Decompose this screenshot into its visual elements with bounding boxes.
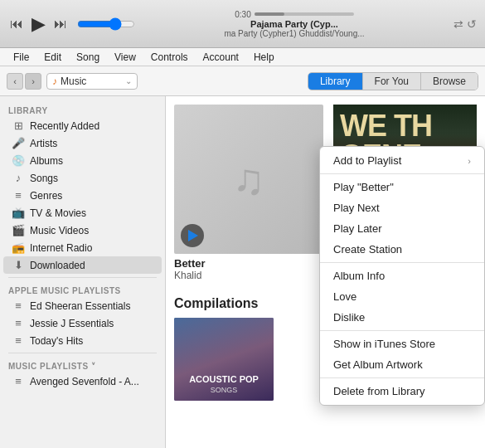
comp-subtitle: SONGS bbox=[189, 386, 259, 394]
location-label: Music bbox=[61, 75, 122, 87]
context-menu: Add to Playlist › Play "Better" Play Nex… bbox=[319, 146, 485, 406]
artists-icon: 🎤 bbox=[12, 137, 25, 149]
album-info-label: Album Info bbox=[333, 270, 385, 282]
rewind-button[interactable]: ⏮ bbox=[8, 15, 25, 33]
context-menu-album-info[interactable]: Album Info bbox=[320, 265, 484, 286]
menu-file[interactable]: File bbox=[7, 50, 36, 65]
menu-edit[interactable]: Edit bbox=[37, 50, 68, 65]
progress-fill bbox=[255, 12, 284, 16]
recently-added-label: Recently Added bbox=[30, 120, 99, 132]
sidebar-item-ed-sheeran[interactable]: ≡ Ed Sheeran Essentials bbox=[3, 297, 162, 314]
show-itunes-store-label: Show in iTunes Store bbox=[333, 338, 435, 350]
play-later-label: Play Later bbox=[333, 222, 382, 235]
sidebar-item-todays-hits[interactable]: ≡ Today's Hits bbox=[3, 332, 162, 349]
sidebar-item-jessie-j[interactable]: ≡ Jessie J Essentials bbox=[3, 314, 162, 332]
jessie-j-label: Jessie J Essentials bbox=[30, 318, 114, 329]
play-button[interactable]: ▶ bbox=[30, 12, 47, 37]
artists-label: Artists bbox=[30, 138, 57, 149]
context-menu-get-album-artwork[interactable]: Get Album Artwork bbox=[320, 354, 484, 375]
ed-sheeran-icon: ≡ bbox=[12, 299, 25, 312]
context-menu-delete-from-library[interactable]: Delete from Library bbox=[320, 381, 484, 402]
music-videos-icon: 🎬 bbox=[12, 224, 25, 236]
music-note-icon: ♫ bbox=[233, 154, 265, 204]
sidebar-item-internet-radio[interactable]: 📻 Internet Radio bbox=[3, 239, 162, 256]
avenged-label: Avenged Sevenfold - A... bbox=[30, 376, 139, 387]
nav-forward-button[interactable]: › bbox=[25, 73, 41, 90]
comp-title-overlay: ACOUSTIC POP bbox=[189, 374, 259, 384]
add-to-playlist-label: Add to Playlist bbox=[333, 154, 401, 167]
jessie-j-icon: ≡ bbox=[12, 317, 25, 329]
context-separator-1 bbox=[320, 173, 484, 174]
tv-movies-label: TV & Movies bbox=[30, 207, 86, 219]
sidebar-item-tv-movies[interactable]: 📺 TV & Movies bbox=[3, 204, 162, 222]
sidebar-divider-2 bbox=[8, 353, 157, 353]
tab-library[interactable]: Library bbox=[308, 73, 363, 90]
album-art: ♫ bbox=[174, 105, 323, 254]
sidebar-item-albums[interactable]: 💿 Albums bbox=[3, 152, 162, 169]
transport-controls: ⏮ ▶ ⏭ bbox=[8, 12, 135, 37]
internet-radio-label: Internet Radio bbox=[30, 242, 92, 254]
now-playing-details: ma Party (Cypher1) Ghuddist/Young... bbox=[224, 29, 364, 38]
sidebar-item-artists[interactable]: 🎤 Artists bbox=[3, 134, 162, 152]
album-card: ♫ Better Khalid bbox=[174, 105, 323, 281]
menu-controls[interactable]: Controls bbox=[144, 50, 195, 65]
internet-radio-icon: 📻 bbox=[12, 241, 25, 254]
context-menu-love[interactable]: Love bbox=[320, 286, 484, 307]
fast-forward-button[interactable]: ⏭ bbox=[52, 15, 69, 33]
delete-from-library-label: Delete from Library bbox=[333, 385, 425, 397]
sidebar: Library ⊞ Recently Added 🎤 Artists 💿 Alb… bbox=[0, 96, 166, 448]
tv-movies-icon: 📺 bbox=[12, 207, 25, 219]
location-box[interactable]: ♪ Music ⌄ bbox=[46, 73, 138, 90]
menu-song[interactable]: Song bbox=[70, 50, 106, 65]
genres-label: Genres bbox=[30, 190, 62, 202]
sidebar-item-genres[interactable]: ≡ Genres bbox=[3, 187, 162, 204]
tab-for-you[interactable]: For You bbox=[363, 73, 421, 90]
menu-account[interactable]: Account bbox=[196, 50, 245, 65]
now-playing-info: 0:30 Pajama Party (Cyp... ma Party (Cyph… bbox=[224, 10, 364, 38]
volume-slider[interactable] bbox=[77, 17, 135, 31]
album-play-button[interactable] bbox=[181, 224, 204, 247]
sidebar-item-recently-added[interactable]: ⊞ Recently Added bbox=[3, 117, 162, 134]
comp-art-text: ACOUSTIC POP SONGS bbox=[189, 374, 259, 394]
genres-icon: ≡ bbox=[12, 189, 25, 202]
compilation-card[interactable]: ACOUSTIC POP SONGS bbox=[174, 318, 274, 401]
elapsed-time: 0:30 bbox=[235, 10, 250, 19]
downloaded-label: Downloaded bbox=[30, 260, 85, 271]
context-separator-2 bbox=[320, 262, 484, 263]
context-menu-add-to-playlist[interactable]: Add to Playlist › bbox=[320, 150, 484, 171]
shuffle-icon[interactable]: ⇄ bbox=[453, 17, 463, 31]
tab-group: Library For You Browse bbox=[308, 72, 478, 90]
menu-view[interactable]: View bbox=[108, 50, 143, 65]
context-separator-3 bbox=[320, 330, 484, 331]
context-menu-play-later[interactable]: Play Later bbox=[320, 218, 484, 239]
progress-track[interactable] bbox=[255, 12, 354, 16]
sidebar-item-avenged[interactable]: ≡ Avenged Sevenfold - A... bbox=[3, 373, 162, 390]
nav-bar: ‹ › ♪ Music ⌄ Library For You Browse bbox=[0, 66, 485, 96]
now-playing-area: 0:30 Pajama Party (Cyp... ma Party (Cyph… bbox=[142, 10, 447, 38]
todays-hits-icon: ≡ bbox=[12, 334, 25, 347]
get-album-artwork-label: Get Album Artwork bbox=[333, 358, 423, 371]
music-videos-label: Music Videos bbox=[30, 225, 89, 236]
context-menu-show-itunes-store[interactable]: Show in iTunes Store bbox=[320, 334, 484, 354]
music-playlists-label: Music Playlists ˅ bbox=[0, 357, 165, 373]
sidebar-item-downloaded[interactable]: ⬇ Downloaded bbox=[3, 256, 162, 274]
tab-browse[interactable]: Browse bbox=[421, 73, 478, 90]
now-playing-title: Pajama Party (Cyp... bbox=[250, 19, 338, 29]
sidebar-item-music-videos[interactable]: 🎬 Music Videos bbox=[3, 222, 162, 239]
dislike-label: Dislike bbox=[333, 311, 365, 324]
music-icon: ♪ bbox=[52, 75, 57, 87]
context-menu-dislike[interactable]: Dislike bbox=[320, 307, 484, 328]
sidebar-item-songs[interactable]: ♪ Songs bbox=[3, 169, 162, 187]
add-to-playlist-arrow: › bbox=[468, 156, 471, 166]
context-separator-4 bbox=[320, 377, 484, 378]
context-menu-create-station[interactable]: Create Station bbox=[320, 239, 484, 260]
albums-label: Albums bbox=[30, 155, 63, 167]
albums-icon: 💿 bbox=[12, 154, 25, 167]
repeat-icon[interactable]: ↺ bbox=[467, 17, 477, 31]
context-menu-play-better[interactable]: Play "Better" bbox=[320, 177, 484, 197]
context-menu-play-next[interactable]: Play Next bbox=[320, 197, 484, 218]
menu-help[interactable]: Help bbox=[247, 50, 281, 65]
create-station-label: Create Station bbox=[333, 243, 402, 256]
nav-back-button[interactable]: ‹ bbox=[7, 73, 23, 90]
songs-icon: ♪ bbox=[12, 172, 25, 184]
